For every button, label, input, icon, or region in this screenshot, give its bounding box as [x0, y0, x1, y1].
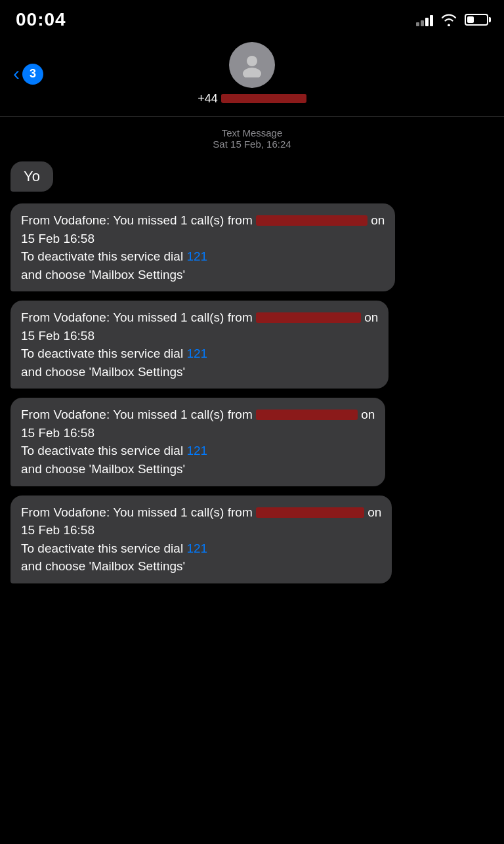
- dial-121-link-2[interactable]: 121: [186, 347, 207, 360]
- back-button[interactable]: ‹ 3: [13, 64, 43, 85]
- messages-area: Text Message Sat 15 Feb, 16:24 Yo From V…: [0, 117, 504, 606]
- nav-header: ‹ 3 +44: [0, 35, 504, 117]
- message-bubble-vodafone-4: From Vodafone: You missed 1 call(s) from…: [10, 496, 392, 583]
- dial-121-link-4[interactable]: 121: [186, 541, 207, 555]
- back-chevron-icon: ‹: [13, 64, 20, 83]
- wifi-icon: [440, 12, 458, 27]
- redacted-phone: [221, 94, 306, 103]
- redacted-number-1: [256, 215, 368, 226]
- message-bubble-vodafone-3: From Vodafone: You missed 1 call(s) from…: [10, 398, 385, 486]
- status-icons: [416, 12, 488, 27]
- status-bar: 00:04: [0, 0, 504, 35]
- redacted-number-3: [256, 410, 358, 420]
- battery-icon: [465, 14, 488, 26]
- svg-point-0: [247, 56, 257, 66]
- dial-121-link-3[interactable]: 121: [186, 444, 207, 457]
- svg-point-1: [243, 68, 261, 77]
- contact-number: +44: [198, 92, 306, 106]
- redacted-number-4: [256, 507, 364, 518]
- signal-icon: [416, 13, 433, 26]
- person-icon: [240, 53, 264, 77]
- message-bubble-yo: Yo: [10, 161, 53, 192]
- message-bubble-vodafone-2: From Vodafone: You missed 1 call(s) from…: [10, 301, 388, 389]
- back-badge: 3: [22, 64, 43, 85]
- dial-121-link-1[interactable]: 121: [186, 249, 207, 263]
- avatar: [229, 42, 275, 88]
- message-timestamp: Text Message Sat 15 Feb, 16:24: [10, 127, 494, 150]
- redacted-number-2: [256, 312, 361, 323]
- message-bubble-vodafone-1: From Vodafone: You missed 1 call(s) from…: [10, 203, 395, 291]
- status-time: 00:04: [16, 9, 66, 30]
- contact-info: +44: [198, 42, 306, 106]
